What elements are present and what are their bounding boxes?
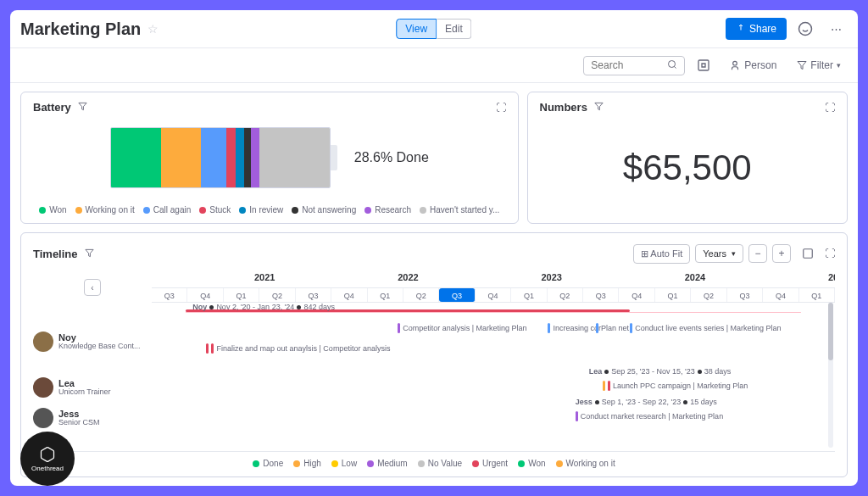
quarter-cell[interactable]: Q2 [403, 288, 439, 302]
search-box[interactable] [583, 56, 685, 75]
legend-item: Haven't started y... [420, 205, 499, 215]
search-input[interactable] [591, 59, 667, 71]
legend-dot [331, 460, 338, 467]
person-filter-button[interactable]: Person [722, 56, 783, 75]
quarter-cell[interactable]: Q2 [691, 288, 726, 302]
battery-percent: 28.6% Done [354, 150, 429, 165]
legend-item: Won [39, 205, 66, 215]
battery-expand-icon[interactable]: ⛶ [496, 102, 506, 114]
avatar [33, 377, 53, 398]
nav-prev-button[interactable]: ‹ [84, 279, 101, 296]
svg-point-1 [669, 60, 676, 67]
quarter-cell[interactable]: Q3 [296, 288, 331, 302]
quarter-cell[interactable]: Q1 [368, 288, 403, 302]
timeline-task[interactable]: Competitor analysis | Marketing Plan [398, 323, 526, 333]
legend-item: Done [253, 459, 283, 468]
quarter-cell[interactable]: Q3 [152, 288, 187, 302]
timeline-body: ‹ NoyKnowledge Base Cont...LeaUnicorn Tr… [33, 272, 835, 448]
share-button[interactable]: Share [726, 18, 787, 40]
quarter-cell[interactable]: Q4 [619, 288, 654, 302]
timeline-years: 20212022202320242025 [152, 272, 835, 287]
task-marker [603, 381, 605, 391]
zoom-out-button[interactable]: − [748, 244, 767, 263]
legend-item: Urgent [472, 459, 508, 468]
export-icon[interactable] [796, 242, 820, 265]
filter-button[interactable]: Filter ▾ [790, 56, 848, 75]
favorite-star-icon[interactable]: ☆ [147, 22, 159, 36]
page-title: Marketing Plan [20, 20, 141, 39]
svg-point-0 [799, 23, 812, 36]
battery-segment [259, 128, 330, 187]
activity-icon[interactable] [793, 17, 817, 41]
task-marker [608, 381, 610, 391]
battery-filter-icon[interactable] [78, 102, 87, 113]
task-marker [206, 343, 209, 354]
legend-item: Stuck [199, 205, 231, 215]
numbers-expand-icon[interactable]: ⛶ [825, 102, 835, 114]
timeline-task[interactable]: Conduct live events series | Marketing P… [630, 323, 781, 333]
timeline-scrollbar[interactable] [828, 303, 833, 448]
more-options-icon[interactable]: ⋯ [824, 17, 848, 41]
timeline-task[interactable]: Increasing cor [548, 323, 601, 333]
timeline-expand-icon[interactable]: ⛶ [825, 248, 835, 259]
settings-icon[interactable] [692, 53, 715, 77]
legend-dot [293, 460, 300, 467]
edit-button[interactable]: Edit [437, 19, 472, 39]
battery-segment [161, 128, 200, 187]
legend-item: Working on it [75, 205, 135, 215]
legend-dot [253, 460, 259, 467]
quarter-cell[interactable]: Q1 [511, 288, 547, 302]
quarter-cell[interactable]: Q1 [799, 288, 835, 302]
timeline-legend: DoneHighLowMediumNo ValueUrgentWonWorkin… [33, 451, 835, 468]
battery-segment [236, 128, 244, 187]
onethread-logo: Onethread [20, 432, 75, 486]
task-marker [398, 323, 400, 333]
autofit-button[interactable]: ⊞ Auto Fit [633, 244, 690, 264]
legend-dot [420, 207, 426, 214]
view-button[interactable]: View [396, 19, 437, 39]
quarter-cell[interactable]: Q4 [476, 288, 511, 302]
timeline-filter-icon[interactable] [85, 248, 94, 259]
timeline-task[interactable]: Launch PPC campaign | Marketing Plan [603, 381, 748, 391]
quarter-cell[interactable]: Q2 [259, 288, 295, 302]
numbers-value: $65,500 [623, 148, 752, 188]
battery-segment [226, 128, 235, 187]
year-label: 2022 [398, 272, 418, 282]
scale-select[interactable]: Years ▾ [695, 244, 743, 263]
quarter-cell[interactable]: Q1 [655, 288, 691, 302]
quarter-cell[interactable]: Q4 [331, 288, 367, 302]
toolbar: Person Filter ▾ [10, 48, 858, 83]
legend-dot [418, 460, 425, 467]
quarter-cell[interactable]: Q3 [583, 288, 619, 302]
timeline-quarters: Q3Q4Q1Q2Q3Q4Q1Q2Q3Q4Q1Q2Q3Q4Q1Q2Q3Q4Q1 [152, 287, 835, 303]
timeline-right[interactable]: 20212022202320242025 Q3Q4Q1Q2Q3Q4Q1Q2Q3Q… [152, 272, 835, 448]
battery-legend: WonWorking on itCall againStuckIn review… [33, 205, 506, 215]
quarter-cell[interactable]: Q3 [727, 288, 763, 302]
zoom-in-button[interactable]: + [772, 244, 791, 263]
legend-dot [556, 460, 563, 467]
timeline-task[interactable]: Conduct market research | Marketing Plan [576, 411, 723, 421]
svg-rect-2 [698, 60, 709, 70]
numbers-title: Numbers [540, 101, 587, 114]
quarter-cell[interactable]: Q4 [763, 288, 798, 302]
quarter-cell[interactable]: Q2 [548, 288, 583, 302]
header-bar: Marketing Plan ☆ View Edit Share ⋯ [10, 10, 858, 48]
battery-cap [331, 145, 337, 170]
year-label: 2024 [685, 272, 705, 282]
person-role: Unicorn Trainer [58, 388, 111, 397]
person-role: Senior CSM [58, 419, 100, 427]
numbers-filter-icon[interactable] [594, 102, 604, 113]
timeline-person[interactable]: LeaUnicorn Trainer [33, 372, 152, 403]
header-actions: Share ⋯ [726, 17, 848, 41]
timeline-task[interactable]: Finalize and map out anaylsis | Competit… [206, 343, 390, 354]
quarter-cell[interactable]: Q4 [187, 288, 223, 302]
quarter-cell[interactable]: Q3 [439, 288, 475, 302]
timeline-person[interactable]: JessSenior CSM [33, 403, 152, 433]
timeline-person[interactable]: NoyKnowledge Base Cont... [33, 311, 152, 372]
quarter-cell[interactable]: Q1 [224, 288, 259, 302]
timeline-task[interactable]: Plan net [596, 323, 629, 333]
person-icon [729, 59, 741, 71]
timeline-info: JessSep 1, '23 - Sep 22, '2315 days [576, 398, 717, 406]
timeline-left: ‹ NoyKnowledge Base Cont...LeaUnicorn Tr… [33, 272, 152, 448]
scroll-thumb[interactable] [828, 303, 833, 360]
